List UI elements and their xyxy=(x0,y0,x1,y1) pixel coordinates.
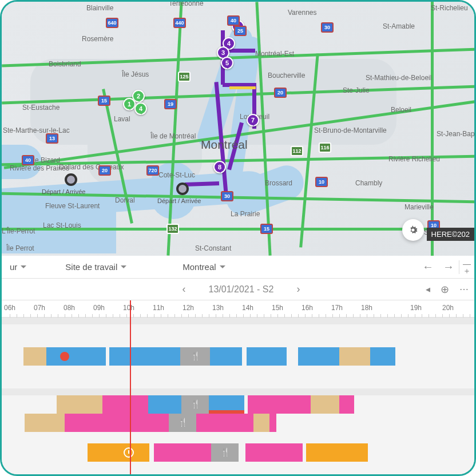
timeline-segment[interactable] xyxy=(339,347,370,366)
timeline-row[interactable]: 🍴 xyxy=(2,395,474,414)
map-settings-button[interactable] xyxy=(402,219,424,241)
route-pin[interactable]: 1 xyxy=(123,98,136,110)
meal-icon: 🍴 xyxy=(178,418,188,427)
hour-label: 10h xyxy=(123,304,134,312)
depot-label: Départ / Arrivée xyxy=(42,188,85,195)
map-attribution: HERE©202 xyxy=(427,228,474,241)
timeline-segment[interactable] xyxy=(245,443,303,462)
city-label: St-Eustache xyxy=(22,104,60,112)
timeline-segment[interactable] xyxy=(109,347,180,366)
timeline-segment[interactable] xyxy=(269,414,276,432)
filter-toolbar: ur Site de travail Montreal ← → —＋ xyxy=(2,256,474,279)
timeline-segment[interactable] xyxy=(339,395,354,414)
more-button[interactable]: ⋯ xyxy=(459,284,469,295)
timeline-segment[interactable] xyxy=(102,395,148,414)
route-pin[interactable]: 8 xyxy=(213,161,226,173)
timeline-segment[interactable] xyxy=(148,395,181,414)
timeline-segment[interactable] xyxy=(65,414,169,432)
city-label: Varennes xyxy=(288,9,316,17)
timeline-segment[interactable] xyxy=(247,347,287,366)
timeline-segment[interactable]: 🍴 xyxy=(169,414,196,432)
city-label: Laval xyxy=(114,115,130,123)
gear-icon xyxy=(407,224,419,236)
chevron-down-icon xyxy=(121,265,126,271)
timeline-segment[interactable] xyxy=(154,443,211,462)
city-label: Beloeil xyxy=(391,106,411,114)
highway-shield: 20 xyxy=(98,165,111,176)
timeline-now-marker xyxy=(130,300,131,476)
highway-shield: 720 xyxy=(146,165,159,176)
filter-label: ur xyxy=(10,262,17,272)
timeline-segment[interactable] xyxy=(306,443,368,462)
scroll-left-button[interactable]: ◂ xyxy=(426,284,430,295)
route-pin[interactable]: 7 xyxy=(247,114,259,126)
timeline-row[interactable]: 🍴 xyxy=(2,347,474,366)
highway-shield: 640 xyxy=(106,18,118,28)
chevron-down-icon xyxy=(21,265,26,271)
city-label: L'Île-Perrot xyxy=(2,227,35,235)
filter-worksite[interactable]: Site de travail xyxy=(57,262,134,272)
highway-shield: 112 xyxy=(291,146,303,156)
timeline-segment[interactable] xyxy=(46,347,106,366)
timeline-row[interactable]: 🍴 xyxy=(2,443,474,462)
timeline-segment[interactable] xyxy=(88,443,149,462)
nav-back-button[interactable]: ← xyxy=(418,260,438,273)
minus-icon: — xyxy=(463,261,471,267)
depot-marker[interactable] xyxy=(176,183,189,195)
city-label: Île Perrot xyxy=(6,244,34,252)
filter-dropdown-1[interactable]: ur xyxy=(2,262,34,272)
hour-label: 20h xyxy=(442,304,454,312)
depot-marker[interactable] xyxy=(65,173,77,186)
timeline-segment[interactable] xyxy=(57,395,102,414)
highway-shield: 125 xyxy=(178,72,191,82)
next-day-button[interactable]: › xyxy=(296,283,300,295)
hour-label: 08h xyxy=(64,304,75,312)
highway-shield: 30 xyxy=(321,22,334,33)
route-pin[interactable]: 4 xyxy=(134,102,147,115)
city-label: Marieville xyxy=(404,203,434,211)
timeline-segment[interactable]: 🍴 xyxy=(181,395,209,414)
city-label: Île Bizard xyxy=(31,156,60,164)
timeline-segment[interactable] xyxy=(311,395,339,414)
filter-label: Montreal xyxy=(183,262,216,272)
city-label: St-Constant xyxy=(195,244,231,252)
depot-label: Départ / Arrivée xyxy=(157,197,201,204)
filter-city[interactable]: Montreal xyxy=(174,262,233,272)
city-label: Rivière Richelieu xyxy=(388,155,440,163)
status-dot xyxy=(60,352,69,361)
highway-shield: 116 xyxy=(319,142,331,153)
zoom-controls[interactable]: —＋ xyxy=(459,261,474,273)
city-label: Île Jésus xyxy=(122,70,149,78)
highway-shield: 15 xyxy=(98,96,110,106)
map-view[interactable]: TerrebonneBlainvilleVarennesSt-AmableRos… xyxy=(2,2,474,256)
timeline-segment[interactable] xyxy=(370,347,395,366)
timeline-segment[interactable] xyxy=(210,347,242,366)
timeline-segment[interactable] xyxy=(298,347,339,366)
date-toolbar: ‹ 13/01/2021 - S2 › ◂ ⊕ ⋯ xyxy=(2,279,474,300)
timeline-row[interactable]: 🍴 xyxy=(2,414,474,432)
meal-icon: 🍴 xyxy=(220,447,230,457)
highway-shield: 440 xyxy=(173,18,186,28)
timeline-segment[interactable] xyxy=(253,414,269,432)
timeline-segment[interactable] xyxy=(248,395,311,414)
zoom-in-button[interactable]: ⊕ xyxy=(441,283,449,296)
city-label: St-Richelieu xyxy=(431,4,468,12)
timeline-segment[interactable] xyxy=(23,347,46,366)
route-pin[interactable]: 5 xyxy=(221,57,233,69)
city-label: Ste-Julie xyxy=(343,86,370,94)
filter-label: Site de travail xyxy=(65,262,117,272)
hour-label: 15h xyxy=(272,304,283,312)
city-label: Ste-Marthe-sur-le-Lac xyxy=(3,126,70,134)
meal-icon: 🍴 xyxy=(191,399,200,408)
highway-shield: 19 xyxy=(164,99,177,109)
timeline-segment[interactable]: 🍴 xyxy=(180,347,210,366)
timeline-segment[interactable] xyxy=(196,414,253,432)
city-label: St-Mathieu-de-Beloeil xyxy=(366,74,431,82)
prev-day-button[interactable]: ‹ xyxy=(183,283,186,295)
city-label: Boisbriand xyxy=(49,60,81,68)
city-label: Dorval xyxy=(115,196,135,204)
timeline-segment[interactable]: 🍴 xyxy=(211,443,239,462)
nav-forward-button[interactable]: → xyxy=(438,260,459,273)
timeline-segment[interactable] xyxy=(25,414,65,432)
city-label: Brossard xyxy=(265,179,292,187)
